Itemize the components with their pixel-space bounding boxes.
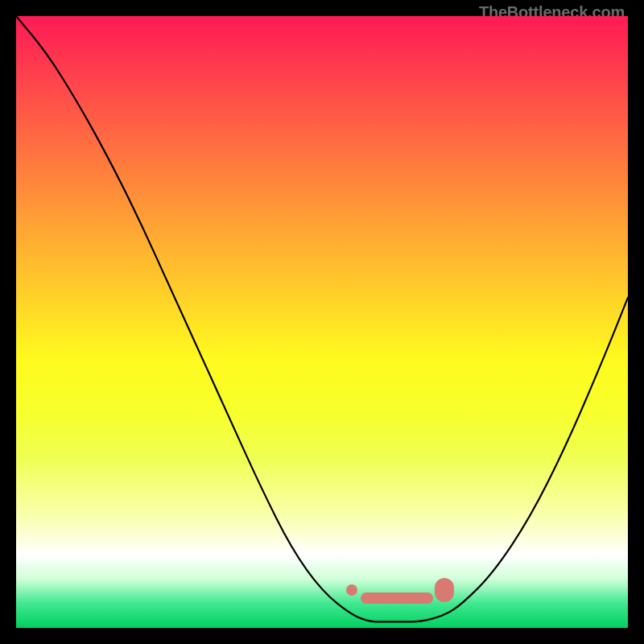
bottleneck-curve	[16, 16, 628, 628]
chart-plot-area	[16, 16, 628, 628]
highlight-dot-left	[346, 584, 357, 596]
highlight-dot-right	[435, 578, 454, 602]
curve-path	[16, 16, 628, 621]
highlight-valley	[361, 592, 433, 604]
